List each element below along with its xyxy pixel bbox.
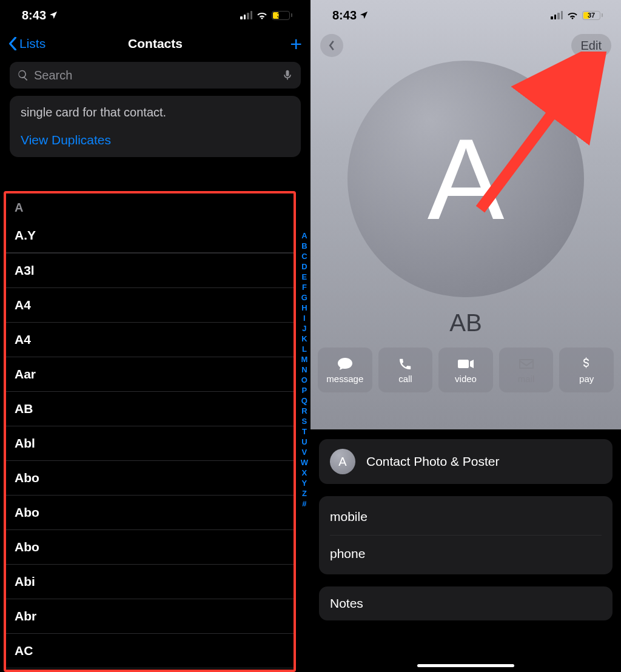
page-title: Contacts bbox=[0, 36, 310, 51]
alpha-index-letter[interactable]: T bbox=[301, 426, 308, 437]
alpha-index-letter[interactable]: W bbox=[301, 457, 308, 468]
detail-nav: Edit bbox=[310, 30, 621, 61]
alpha-index-letter[interactable]: C bbox=[301, 251, 308, 261]
wifi-icon bbox=[566, 11, 579, 19]
alpha-index-letter[interactable]: Q bbox=[301, 395, 308, 406]
alpha-index-letter[interactable]: F bbox=[301, 282, 308, 292]
mail-icon bbox=[518, 357, 535, 371]
alpha-index-letter[interactable]: L bbox=[301, 344, 308, 354]
search-input[interactable] bbox=[34, 69, 277, 82]
contact-row[interactable]: A.Y bbox=[6, 218, 294, 253]
alpha-index-letter[interactable]: U bbox=[301, 437, 308, 447]
pay-button[interactable]: pay bbox=[559, 348, 614, 392]
status-time: 8:43 bbox=[332, 8, 357, 22]
alpha-index-letter[interactable]: V bbox=[301, 447, 308, 457]
section-header: A bbox=[6, 197, 294, 218]
nav-bar: Lists Contacts + bbox=[0, 30, 310, 57]
alpha-index-letter[interactable]: # bbox=[301, 499, 308, 509]
alpha-index-letter[interactable]: H bbox=[301, 303, 308, 313]
phone-field[interactable]: phone bbox=[330, 536, 602, 572]
wifi-icon bbox=[256, 11, 268, 19]
contact-row[interactable]: Abo bbox=[6, 496, 294, 530]
alpha-index-letter[interactable]: P bbox=[301, 385, 308, 395]
alpha-index-letter[interactable]: I bbox=[301, 313, 308, 323]
alpha-index-letter[interactable]: Z bbox=[301, 488, 308, 499]
contact-photo-poster-row[interactable]: A Contact Photo & Poster bbox=[319, 439, 613, 484]
alpha-index-letter[interactable]: S bbox=[301, 416, 308, 426]
battery-icon: 37 bbox=[582, 11, 603, 20]
contact-row[interactable]: Abl bbox=[6, 426, 294, 461]
location-icon bbox=[359, 10, 369, 20]
call-button[interactable]: call bbox=[378, 348, 433, 392]
cell-signal-icon bbox=[551, 11, 563, 19]
contact-row[interactable]: A4 bbox=[6, 288, 294, 323]
cell-signal-icon bbox=[240, 11, 252, 19]
alpha-index-letter[interactable]: M bbox=[301, 354, 308, 365]
contact-row[interactable]: Abo bbox=[6, 461, 294, 496]
back-button[interactable] bbox=[320, 34, 343, 57]
avatar[interactable]: A bbox=[347, 61, 584, 297]
contact-name: AB bbox=[310, 309, 621, 337]
contact-row[interactable]: A4 bbox=[6, 323, 294, 357]
contact-row[interactable]: AC bbox=[6, 634, 294, 668]
mail-button: mail bbox=[499, 348, 554, 392]
status-bar: 8:43 37 bbox=[310, 0, 621, 30]
alpha-index-letter[interactable]: O bbox=[301, 375, 308, 385]
photo-row-label: Contact Photo & Poster bbox=[366, 454, 499, 469]
contacts-list-highlight: A A.YA3lA4A4AarABAblAboAboAboAbiAbrAC bbox=[4, 191, 296, 672]
contact-row[interactable]: A3l bbox=[6, 253, 294, 288]
alpha-index-letter[interactable]: X bbox=[301, 468, 308, 478]
alpha-index-letter[interactable]: E bbox=[301, 272, 308, 282]
contact-detail-screen: 8:43 37 Edit A AB bbox=[310, 0, 621, 672]
message-icon bbox=[337, 357, 354, 371]
search-icon bbox=[17, 69, 29, 81]
status-bar: 8:43 37 bbox=[0, 0, 310, 30]
duplicates-card: single card for that contact. View Dupli… bbox=[10, 96, 301, 157]
search-field[interactable] bbox=[10, 62, 301, 89]
edit-button[interactable]: Edit bbox=[571, 34, 611, 57]
contact-row[interactable]: AB bbox=[6, 392, 294, 426]
view-duplicates-link[interactable]: View Duplicates bbox=[21, 133, 290, 147]
phone-fields-card: mobile phone bbox=[319, 496, 613, 574]
mobile-field[interactable]: mobile bbox=[330, 499, 602, 536]
duplicates-text: single card for that contact. bbox=[21, 106, 290, 119]
dollar-icon bbox=[578, 357, 595, 371]
contact-row[interactable]: Abo bbox=[6, 530, 294, 565]
detail-body: A Contact Photo & Poster mobile phone No… bbox=[310, 429, 621, 672]
video-icon bbox=[457, 357, 474, 371]
notes-field[interactable]: Notes bbox=[319, 586, 613, 620]
home-indicator[interactable] bbox=[417, 664, 514, 667]
alpha-index-letter[interactable]: Y bbox=[301, 478, 308, 488]
video-button[interactable]: video bbox=[438, 348, 493, 392]
message-button[interactable]: message bbox=[318, 348, 372, 392]
alpha-index-letter[interactable]: B bbox=[301, 241, 308, 251]
alpha-index[interactable]: ABCDEFGHIJKLMNOPQRSTUVWXYZ# bbox=[301, 230, 308, 509]
battery-icon: 37 bbox=[272, 11, 292, 20]
alpha-index-letter[interactable]: K bbox=[301, 334, 308, 344]
alpha-index-letter[interactable]: N bbox=[301, 365, 308, 375]
contact-row[interactable]: Abi bbox=[6, 565, 294, 599]
location-icon bbox=[49, 10, 58, 20]
contact-row[interactable]: Abr bbox=[6, 599, 294, 634]
alpha-index-letter[interactable]: D bbox=[301, 261, 308, 272]
alpha-index-letter[interactable]: G bbox=[301, 292, 308, 303]
alpha-index-letter[interactable]: J bbox=[301, 323, 308, 334]
alpha-index-letter[interactable]: A bbox=[301, 230, 308, 241]
microphone-icon[interactable] bbox=[281, 69, 294, 81]
contacts-list-screen: 8:43 37 Lists Contacts + singl bbox=[0, 0, 310, 672]
alpha-index-letter[interactable]: R bbox=[301, 406, 308, 416]
action-row: message call video mail pay bbox=[310, 337, 621, 392]
status-time: 8:43 bbox=[22, 8, 46, 22]
contact-row[interactable]: Aar bbox=[6, 357, 294, 392]
mini-avatar: A bbox=[330, 449, 355, 474]
phone-icon bbox=[397, 357, 414, 371]
